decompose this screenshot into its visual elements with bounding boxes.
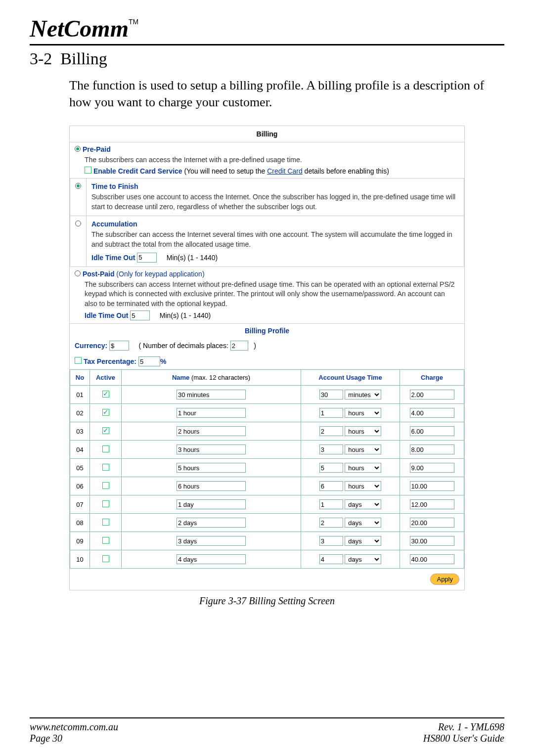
col-no: No	[70, 370, 90, 386]
charge-input[interactable]	[410, 426, 454, 436]
currency-label: Currency:	[75, 342, 107, 350]
usage-unit-select[interactable]: days	[345, 518, 381, 528]
cell-no: 02	[70, 404, 90, 422]
col-active: Active	[90, 370, 122, 386]
charge-input[interactable]	[410, 408, 454, 418]
accumulation-idle-row: Idle Time Out Min(s) (1 - 1440)	[91, 253, 459, 263]
table-row: 05 hours	[70, 459, 464, 477]
apply-button[interactable]: Apply	[430, 574, 459, 585]
prepaid-label: Pre-Paid	[83, 145, 111, 153]
active-checkbox[interactable]	[102, 500, 109, 507]
active-checkbox[interactable]	[102, 537, 109, 544]
name-input[interactable]	[177, 518, 246, 528]
postpaid-subtitle: (Only for keypad application)	[114, 270, 204, 278]
accumulation-idle-input[interactable]	[137, 253, 157, 263]
name-input[interactable]	[177, 390, 246, 400]
usage-unit-select[interactable]: hours	[345, 408, 381, 418]
charge-input[interactable]	[410, 499, 454, 509]
usage-qty-input[interactable]	[319, 499, 343, 509]
section-number: 3-2	[30, 49, 52, 68]
credit-card-link[interactable]: Credit Card	[267, 167, 303, 175]
name-input[interactable]	[177, 445, 246, 454]
usage-qty-input[interactable]	[319, 481, 343, 491]
footer-divider	[30, 717, 504, 718]
name-input[interactable]	[177, 463, 246, 473]
page-footer: www.netcomm.com.au Page 30 Rev. 1 - YML6…	[30, 717, 504, 744]
postpaid-idle-row: Idle Time Out Min(s) (1 - 1440)	[85, 311, 459, 320]
postpaid-radio[interactable]	[75, 270, 81, 276]
time-to-finish-radio[interactable]	[75, 183, 81, 189]
charge-input[interactable]	[410, 390, 454, 400]
usage-unit-select[interactable]: hours	[345, 426, 381, 436]
usage-qty-input[interactable]	[319, 408, 343, 418]
currency-input[interactable]	[109, 341, 129, 351]
tax-row: Tax Percentage: %	[70, 354, 464, 369]
active-checkbox[interactable]	[102, 409, 109, 416]
cell-no: 09	[70, 532, 90, 550]
section-title-text: Billing	[60, 49, 107, 68]
usage-unit-select[interactable]: hours	[345, 463, 381, 473]
usage-unit-select[interactable]: minutes	[345, 390, 381, 400]
active-checkbox[interactable]	[102, 391, 109, 398]
usage-qty-input[interactable]	[319, 390, 343, 400]
active-checkbox[interactable]	[102, 519, 109, 526]
active-checkbox[interactable]	[102, 464, 109, 471]
active-checkbox[interactable]	[102, 482, 109, 489]
charge-input[interactable]	[410, 481, 454, 491]
prepaid-options-table: Time to Finish Subscriber uses one accou…	[70, 178, 464, 267]
decimals-input[interactable]	[230, 341, 248, 351]
prepaid-desc: The subscribers can access the Internet …	[85, 155, 459, 165]
usage-unit-select[interactable]: days	[345, 536, 381, 546]
active-checkbox[interactable]	[102, 427, 109, 434]
usage-unit-select[interactable]: days	[345, 554, 381, 564]
usage-qty-input[interactable]	[319, 518, 343, 528]
usage-qty-input[interactable]	[319, 554, 343, 564]
usage-unit-select[interactable]: hours	[345, 481, 381, 491]
credit-card-checkbox[interactable]	[85, 167, 91, 174]
usage-qty-input[interactable]	[319, 445, 343, 454]
table-row: 02 hours	[70, 404, 464, 422]
charge-input[interactable]	[410, 445, 454, 454]
billing-profile-title: Billing Profile	[70, 324, 464, 338]
postpaid-idle-input[interactable]	[130, 311, 150, 320]
decimals-close: )	[254, 342, 256, 350]
tax-checkbox[interactable]	[75, 357, 82, 364]
active-checkbox[interactable]	[102, 555, 109, 562]
col-charge: Charge	[400, 370, 464, 386]
postpaid-idle-hint: Min(s) (1 - 1440)	[160, 311, 211, 319]
usage-unit-select[interactable]: days	[345, 499, 381, 509]
billing-profile-section: Billing Profile Currency: ( Number of de…	[70, 323, 464, 590]
table-row: 01 minutes	[70, 386, 464, 404]
credit-card-hint-a: (You will need to setup the	[182, 167, 267, 175]
name-input[interactable]	[177, 408, 246, 418]
section-heading: 3-2 Billing	[30, 49, 504, 68]
cell-no: 08	[70, 514, 90, 532]
postpaid-section: Post-Paid (Only for keypad application) …	[70, 267, 464, 324]
charge-input[interactable]	[410, 536, 454, 546]
charge-input[interactable]	[410, 518, 454, 528]
time-to-finish-desc: Subscriber uses one account to access th…	[91, 192, 459, 212]
prepaid-radio[interactable]	[75, 146, 81, 152]
charge-input[interactable]	[410, 463, 454, 473]
name-input[interactable]	[177, 554, 246, 564]
name-input[interactable]	[177, 499, 246, 509]
charge-input[interactable]	[410, 554, 454, 564]
active-checkbox[interactable]	[102, 445, 109, 452]
billing-title: Billing	[70, 126, 464, 142]
tax-input[interactable]	[138, 356, 160, 366]
table-row: 03 hours	[70, 422, 464, 441]
cell-no: 05	[70, 459, 90, 477]
header-divider	[30, 44, 504, 45]
usage-qty-input[interactable]	[319, 463, 343, 473]
usage-qty-input[interactable]	[319, 426, 343, 436]
intro-paragraph: The function is used to setup a billing …	[69, 77, 494, 111]
name-input[interactable]	[177, 536, 246, 546]
accumulation-radio[interactable]	[75, 221, 81, 226]
usage-qty-input[interactable]	[319, 536, 343, 546]
name-input[interactable]	[177, 481, 246, 491]
accumulation-label: Accumulation	[91, 220, 137, 228]
footer-rev: Rev. 1 - YML698	[423, 721, 504, 733]
name-input[interactable]	[177, 426, 246, 436]
usage-unit-select[interactable]: hours	[345, 445, 381, 454]
time-to-finish-label: Time to Finish	[91, 182, 138, 190]
